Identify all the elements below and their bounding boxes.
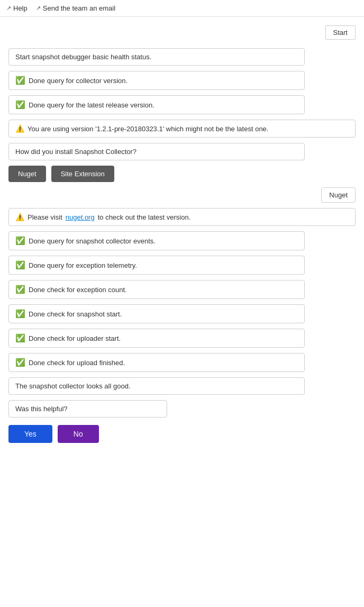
warn-icon-nuget: ⚠️ bbox=[15, 213, 24, 221]
exception-count-message: ✅ Done check for exception count. bbox=[8, 280, 305, 299]
upload-finished-text: Done check for upload finished. bbox=[29, 359, 125, 367]
upload-finished-message: ✅ Done check for upload finished. bbox=[8, 353, 305, 372]
collector-version-text: Done query for collector version. bbox=[29, 77, 128, 85]
collector-version-message: ✅ Done query for collector version. bbox=[8, 71, 305, 90]
nuget-visit-prefix: Please visit bbox=[28, 213, 62, 221]
check-icon-exception-telemetry: ✅ bbox=[15, 260, 25, 270]
how-installed-message: How did you install Snapshot Collector? bbox=[8, 143, 305, 160]
help-link[interactable]: ↗ Help bbox=[6, 4, 28, 12]
check-icon-snapshot-start: ✅ bbox=[15, 309, 25, 319]
check-icon-collector: ✅ bbox=[15, 76, 25, 85]
start-btn-row: Start bbox=[8, 25, 356, 40]
all-good-text: The snapshot collector looks all good. bbox=[15, 382, 131, 390]
exception-telemetry-message: ✅ Done query for exception telemetry. bbox=[8, 256, 305, 275]
main-content: Start Start snapshot debugger basic heal… bbox=[0, 17, 364, 451]
check-icon-uploader-start: ✅ bbox=[15, 333, 25, 343]
external-link-icon: ↗ bbox=[6, 5, 11, 12]
check-icon-upload-finished: ✅ bbox=[15, 358, 25, 367]
site-extension-button[interactable]: Site Extension bbox=[51, 166, 114, 182]
snapshot-events-text: Done query for snapshot collector events… bbox=[29, 237, 156, 245]
how-installed-text: How did you install Snapshot Collector? bbox=[15, 148, 136, 156]
nuget-response-row: Nuget bbox=[8, 187, 356, 203]
version-warning-message: ⚠️ You are using version '1.2.1-pre-2018… bbox=[8, 120, 356, 138]
snapshot-start-message: ✅ Done check for snapshot start. bbox=[8, 304, 305, 323]
nuget-visit-message: ⚠️ Please visit nuget.org to check out t… bbox=[8, 208, 356, 226]
no-button[interactable]: No bbox=[58, 425, 99, 443]
snapshot-events-message: ✅ Done query for snapshot collector even… bbox=[8, 231, 305, 250]
start-button[interactable]: Start bbox=[325, 25, 356, 40]
warn-icon-version: ⚠️ bbox=[15, 124, 24, 133]
latest-release-text: Done query for the latest release versio… bbox=[29, 101, 154, 109]
nuget-org-link[interactable]: nuget.org bbox=[66, 213, 95, 221]
yes-button[interactable]: Yes bbox=[8, 425, 52, 443]
feedback-buttons: Yes No bbox=[8, 425, 356, 443]
email-link[interactable]: ↗ Send the team an email bbox=[36, 4, 115, 12]
exception-count-text: Done check for exception count. bbox=[29, 286, 127, 294]
install-buttons: Nuget Site Extension bbox=[8, 166, 356, 182]
check-icon-release: ✅ bbox=[15, 100, 25, 110]
top-bar: ↗ Help ↗ Send the team an email bbox=[0, 0, 364, 17]
nuget-response-box: Nuget bbox=[321, 187, 356, 203]
email-link-icon: ↗ bbox=[36, 5, 41, 12]
snapshot-start-text: Done check for snapshot start. bbox=[29, 310, 122, 318]
help-label: Help bbox=[13, 4, 28, 12]
initial-text: Start snapshot debugger basic health sta… bbox=[15, 53, 151, 61]
uploader-start-text: Done check for uploader start. bbox=[29, 334, 121, 342]
nuget-visit-suffix: to check out the latest version. bbox=[98, 213, 191, 221]
all-good-message: The snapshot collector looks all good. bbox=[8, 377, 305, 395]
email-label: Send the team an email bbox=[43, 4, 115, 12]
initial-message: Start snapshot debugger basic health sta… bbox=[8, 48, 305, 66]
check-icon-exception-count: ✅ bbox=[15, 285, 25, 294]
exception-telemetry-text: Done query for exception telemetry. bbox=[29, 261, 137, 269]
uploader-start-message: ✅ Done check for uploader start. bbox=[8, 329, 305, 348]
latest-release-message: ✅ Done query for the latest release vers… bbox=[8, 95, 305, 114]
nuget-button[interactable]: Nuget bbox=[8, 166, 46, 182]
helpful-text: Was this helpful? bbox=[15, 405, 68, 413]
check-icon-snapshot-events: ✅ bbox=[15, 236, 25, 246]
nuget-response-text: Nuget bbox=[329, 191, 348, 199]
version-warning-text: You are using version '1.2.1-pre-2018032… bbox=[28, 125, 268, 133]
helpful-message: Was this helpful? bbox=[8, 400, 167, 418]
